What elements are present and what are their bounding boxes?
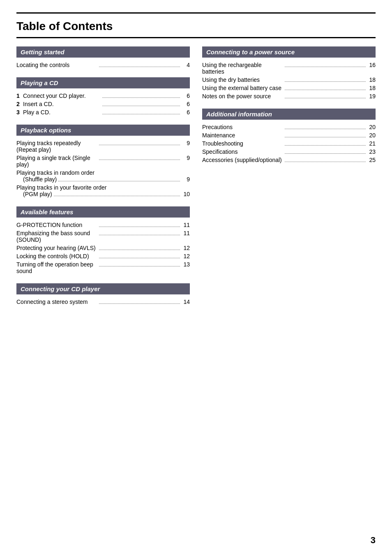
page-number: 3	[371, 535, 376, 546]
toc-entry-single-play: Playing a single track (Single play) 9	[16, 155, 190, 168]
section-playback-options: Playback options Playing tracks repeated…	[16, 125, 190, 197]
section-additional-info: Additional information Precautions 20 Ma…	[202, 109, 376, 163]
toc-entry-specifications: Specifications 23	[202, 148, 376, 155]
toc-entry-connect-cd: 1 Connect your CD player. 6	[16, 93, 190, 99]
toc-entry-insert-cd: 2 Insert a CD. 6	[16, 101, 190, 107]
section-available-features: Available features G-PROTECTION function…	[16, 206, 190, 274]
toc-entry-precautions: Precautions 20	[202, 124, 376, 130]
top-divider	[16, 12, 376, 14]
section-connecting-cd-player: Connecting your CD player Connecting a s…	[16, 283, 190, 305]
section-header-getting-started: Getting started	[16, 46, 190, 58]
toc-entry-beep-sound: Turning off the operation beep sound 13	[16, 261, 190, 274]
toc-entry-hold: Locking the controls (HOLD) 12	[16, 253, 190, 259]
toc-entry-external-battery: Using the external battery case 18	[202, 85, 376, 91]
section-power-source: Connecting to a power source Using the r…	[202, 46, 376, 100]
toc-entry-rechargeable-batteries: Using the rechargeable batteries 16	[202, 62, 376, 75]
toc-entry-accessories: Accessories (supplied/optional) 25	[202, 157, 376, 163]
toc-entry-hearing: Protecting your hearing (AVLS) 12	[16, 245, 190, 251]
section-header-available-features: Available features	[16, 206, 190, 218]
toc-entry-stereo-system: Connecting a stereo system 14	[16, 299, 190, 305]
toc-entry-pgm-play: Playing tracks in your favorite order (P…	[16, 184, 190, 197]
section-header-connecting-cd-player: Connecting your CD player	[16, 283, 190, 294]
section-header-additional-info: Additional information	[202, 109, 376, 120]
section-playing-a-cd: Playing a CD 1 Connect your CD player. 6…	[16, 77, 190, 116]
toc-entry-power-notes: Notes on the power source 19	[202, 93, 376, 100]
page-title: Table of Contents	[16, 20, 376, 38]
toc-entry-dry-batteries: Using the dry batteries 18	[202, 76, 376, 83]
toc-entry-locating-controls: Locating the controls 4	[16, 62, 190, 68]
section-header-power-source: Connecting to a power source	[202, 46, 376, 58]
section-getting-started: Getting started Locating the controls 4	[16, 46, 190, 68]
section-header-playback-options: Playback options	[16, 125, 190, 136]
main-layout: Getting started Locating the controls 4 …	[16, 46, 376, 314]
toc-entry-bass-sound: Emphasizing the bass sound (SOUND) 11	[16, 230, 190, 243]
toc-entry-shuffle-play: Playing tracks in random order (Shuffle …	[16, 169, 190, 183]
toc-entry-maintenance: Maintenance 20	[202, 132, 376, 139]
section-header-playing-a-cd: Playing a CD	[16, 77, 190, 88]
toc-entry-g-protection: G-PROTECTION function 11	[16, 222, 190, 228]
toc-entry-troubleshooting: Troubleshooting 21	[202, 140, 376, 147]
toc-entry-repeat-play: Playing tracks repeatedly (Repeat play) …	[16, 140, 190, 153]
toc-entry-play-cd: 3 Play a CD. 6	[16, 109, 190, 116]
right-column: Connecting to a power source Using the r…	[202, 46, 376, 314]
left-column: Getting started Locating the controls 4 …	[16, 46, 190, 314]
